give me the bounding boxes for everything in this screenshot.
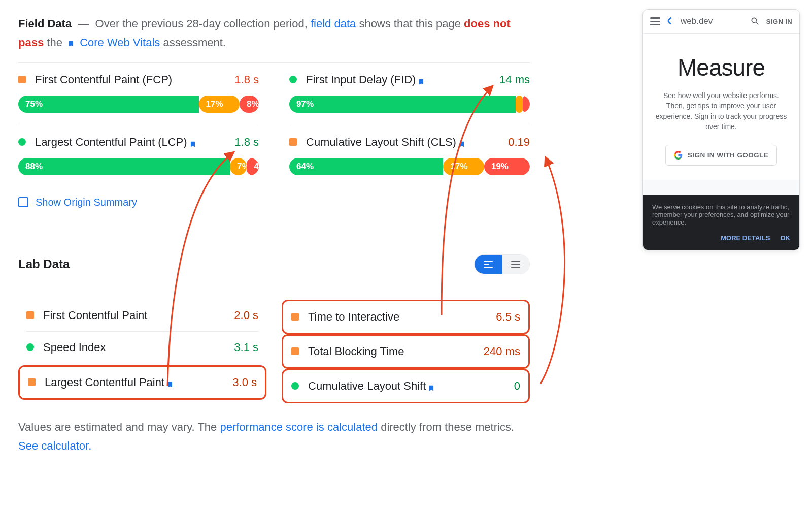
lab-metric: Time to Interactive 6.5 s <box>282 300 530 334</box>
bar-segment: 64% <box>289 158 443 175</box>
metric-value: 6.5 s <box>496 310 520 324</box>
footer-note: Values are estimated and may vary. The p… <box>18 418 530 456</box>
search-icon[interactable] <box>750 16 760 26</box>
google-icon <box>674 151 683 160</box>
calculator-link[interactable]: See calculator. <box>18 439 91 452</box>
status-bullet <box>18 76 26 83</box>
bar-segment: 1% <box>523 96 530 113</box>
field-metric: Largest Contentful Paint (LCP) 1.8 s 88%… <box>18 125 259 187</box>
status-bullet <box>291 347 299 355</box>
metric-name: Time to Interactive <box>308 310 399 324</box>
metric-value: 14 ms <box>499 73 530 86</box>
cookie-banner: We serve cookies on this site to analyze… <box>643 195 799 250</box>
status-bullet <box>291 313 299 321</box>
bookmark-icon <box>428 382 435 391</box>
metric-name: Largest Contentful Paint <box>45 376 164 389</box>
view-list-icon[interactable] <box>502 255 529 274</box>
status-bullet <box>26 343 34 351</box>
bar-segment: 2% <box>516 96 523 113</box>
report-main: Field Data — Over the previous 28-day co… <box>0 0 548 470</box>
field-metric: First Contentful Paint (FCP) 1.8 s 75%17… <box>18 63 259 125</box>
distribution-bar: 88%7%4% <box>18 158 259 175</box>
status-bullet <box>291 382 299 390</box>
lab-metric: Largest Contentful Paint 3.0 s <box>18 365 266 400</box>
status-bullet <box>289 138 297 146</box>
checkbox-icon[interactable] <box>18 197 28 207</box>
bar-segment: 17% <box>199 96 240 113</box>
google-signin-button[interactable]: SIGN IN WITH GOOGLE <box>665 145 777 166</box>
metric-name: First Contentful Paint <box>43 309 147 322</box>
bar-segment: 75% <box>18 96 199 113</box>
metric-value: 0.19 <box>508 136 530 149</box>
field-data-title: Field Data <box>18 17 72 30</box>
distribution-bar: 75%17%8% <box>18 96 259 113</box>
bar-segment: 19% <box>484 158 530 175</box>
lab-metric: Total Blocking Time 240 ms <box>282 334 530 369</box>
distribution-bar: 64%17%19% <box>289 158 530 175</box>
phone-desc: See how well your website performs. Then… <box>655 90 787 132</box>
bookmark-icon <box>189 138 196 147</box>
phone-preview: web.dev SIGN IN Measure See how well you… <box>642 9 800 250</box>
metric-name: First Input Delay (FID) <box>306 73 416 86</box>
cookie-more[interactable]: MORE DETAILS <box>721 234 770 242</box>
lab-metrics: First Contentful Paint 2.0 s Speed Index… <box>18 300 530 403</box>
metric-name: First Contentful Paint (FCP) <box>35 73 172 86</box>
metric-name: Largest Contentful Paint (LCP) <box>35 136 187 149</box>
bookmark-icon <box>166 378 174 387</box>
phone-title: Measure <box>655 54 787 81</box>
status-bullet <box>26 311 34 319</box>
view-toggle[interactable] <box>474 254 530 274</box>
cookie-ok[interactable]: OK <box>781 234 791 242</box>
status-bullet <box>28 378 36 386</box>
show-origin-summary[interactable]: Show Origin Summary <box>18 187 530 208</box>
metric-name: Cumulative Layout Shift (CLS) <box>306 136 456 149</box>
bar-segment: 8% <box>240 96 259 113</box>
perf-score-link[interactable]: performance score is calculated <box>220 421 378 433</box>
bookmark-icon <box>418 75 425 84</box>
field-metric: Cumulative Layout Shift (CLS) 0.19 64%17… <box>289 125 530 187</box>
lab-metric: Cumulative Layout Shift 0 <box>282 369 530 403</box>
field-data-link[interactable]: field data <box>311 17 356 30</box>
field-data-summary: Field Data — Over the previous 28-day co… <box>18 14 530 52</box>
metric-value: 2.0 s <box>234 309 258 322</box>
metric-value: 1.8 s <box>234 73 259 86</box>
lab-metric: First Contentful Paint 2.0 s <box>18 300 266 331</box>
metric-value: 1.8 s <box>234 136 259 149</box>
bookmark-icon <box>458 138 465 147</box>
view-left-icon[interactable] <box>475 255 502 274</box>
bookmark-icon <box>67 34 75 43</box>
sign-in-link[interactable]: SIGN IN <box>766 18 792 25</box>
metric-value: 0 <box>514 379 520 393</box>
lab-metric: Speed Index 3.1 s <box>18 332 266 363</box>
field-metrics: First Contentful Paint (FCP) 1.8 s 75%17… <box>18 63 530 187</box>
bar-segment: 17% <box>443 158 484 175</box>
bar-segment: 7% <box>230 158 247 175</box>
metric-name: Cumulative Layout Shift <box>308 379 426 393</box>
metric-name: Speed Index <box>43 341 106 354</box>
metric-value: 3.0 s <box>232 376 257 389</box>
distribution-bar: 97%2%1% <box>289 96 530 113</box>
webdev-logo[interactable]: web.dev <box>666 16 713 27</box>
bar-segment: 97% <box>289 96 516 113</box>
core-web-vitals-link[interactable]: Core Web Vitals <box>80 36 160 49</box>
bar-segment: 4% <box>247 158 259 175</box>
status-bullet <box>289 76 297 83</box>
field-metric: First Input Delay (FID) 14 ms 97%2%1% <box>289 63 530 125</box>
status-bullet <box>18 138 26 146</box>
bar-segment: 88% <box>18 158 230 175</box>
metric-name: Total Blocking Time <box>308 345 404 358</box>
hamburger-icon[interactable] <box>650 17 660 25</box>
metric-value: 3.1 s <box>234 341 258 354</box>
metric-value: 240 ms <box>484 345 520 358</box>
lab-data-title: Lab Data <box>18 257 70 271</box>
